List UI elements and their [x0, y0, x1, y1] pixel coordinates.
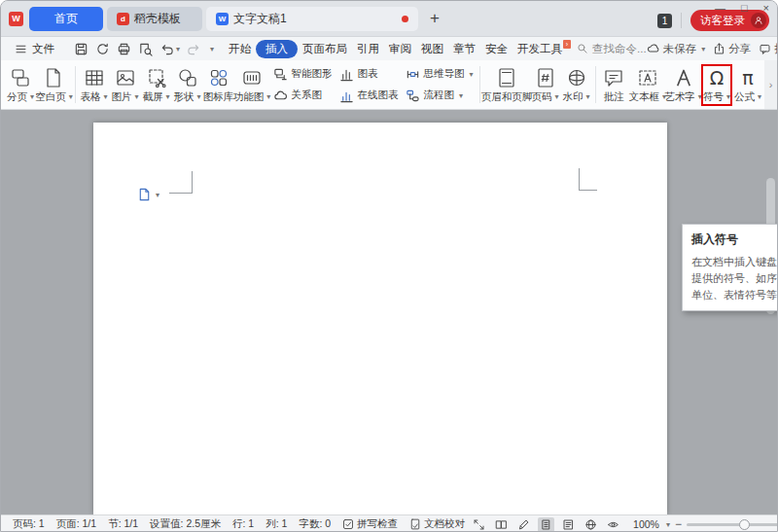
mind-map-button[interactable]: 思维导图▾: [404, 67, 475, 82]
divider: [595, 66, 596, 103]
insert-ribbon: 分页▾ 空白页▾ 表格▾ 图片▾ 截屏▾ 形状▾ 图标库 功能图▾: [1, 60, 777, 110]
header-footer-button[interactable]: 页眉和页脚: [484, 65, 528, 105]
redo-button[interactable]: [187, 42, 201, 56]
ribbon-more-button[interactable]: ›: [764, 60, 777, 109]
online-chart-button[interactable]: 在线图表: [337, 89, 400, 103]
wps-logo-icon: W: [9, 12, 23, 26]
page-settings-icon: [137, 187, 152, 202]
undo-button[interactable]: ▾: [159, 42, 180, 56]
table-button[interactable]: 表格▾: [80, 65, 109, 105]
maximize-button[interactable]: □: [741, 2, 748, 15]
close-button[interactable]: ×: [763, 2, 769, 15]
file-menu-button[interactable]: 文件: [9, 42, 60, 56]
page-view-button[interactable]: [538, 517, 554, 532]
shapes-button[interactable]: 形状▾: [173, 65, 202, 105]
status-word-count[interactable]: 字数: 0: [293, 517, 336, 531]
unsaved-dot-icon: [402, 16, 408, 22]
menu-references[interactable]: 引用: [352, 40, 384, 58]
menu-review[interactable]: 审阅: [384, 40, 416, 58]
menu-dev-tools[interactable]: 开发工具 ›: [513, 40, 567, 58]
status-page-number: 页码: 1: [7, 517, 51, 531]
pi-icon: π: [742, 66, 753, 89]
search-command[interactable]: 查找命令...: [577, 42, 647, 56]
titlebar: W 首页 d 稻壳模板 W 文字文稿1 + 1 访客登录 —: [1, 1, 777, 36]
print-preview-button[interactable]: [138, 42, 153, 56]
menubar-right: 未保存 ▾ 分享 批注 ▾ ? ⋮ ∧: [647, 42, 778, 56]
spell-check-icon: [342, 518, 354, 530]
notification-badge[interactable]: 1: [657, 14, 672, 28]
zoom-level[interactable]: 100%: [633, 518, 659, 530]
minimize-button[interactable]: —: [715, 2, 725, 15]
menu-page-layout[interactable]: 页面布局: [298, 40, 352, 58]
comment-button[interactable]: 批注 ▾: [759, 42, 778, 56]
zoom-slider-handle[interactable]: [739, 519, 750, 530]
page-break-button[interactable]: 分页▾: [6, 65, 35, 105]
save-button[interactable]: [74, 42, 88, 56]
menu-insert[interactable]: 插入: [256, 40, 298, 58]
screenshot-button[interactable]: 截屏▾: [142, 65, 171, 105]
status-column: 列: 1: [260, 517, 293, 531]
page-settings-button[interactable]: ▾: [137, 187, 159, 202]
tooltip-title: 插入符号: [691, 231, 777, 248]
function-diagram-button[interactable]: 功能图▾: [235, 65, 269, 105]
zoom-out-button[interactable]: −: [675, 517, 682, 531]
save-status-button[interactable]: 未保存 ▾: [647, 42, 706, 56]
book-view-button[interactable]: [493, 517, 510, 532]
tab-home[interactable]: 首页: [29, 7, 103, 31]
menubar: 文件 ▾ ▾ 开始 插: [1, 36, 777, 60]
smart-graphics-button[interactable]: 智能图形: [271, 67, 334, 82]
eye-protection-button[interactable]: [605, 517, 621, 532]
avatar-icon: [751, 13, 766, 28]
divider: [75, 66, 76, 103]
relation-diagram-button[interactable]: 关系图: [271, 89, 334, 103]
menu-view[interactable]: 视图: [416, 40, 448, 58]
ink-pen-button[interactable]: [515, 517, 532, 532]
zoom-slider[interactable]: [687, 523, 778, 526]
save-status-label: 未保存: [663, 42, 697, 56]
share-button[interactable]: 分享: [713, 42, 751, 56]
status-setting-value: 设置值: 2.5厘米: [144, 517, 227, 531]
flowchart-button[interactable]: 流程图▾: [404, 89, 475, 103]
picture-button[interactable]: 图片▾: [111, 65, 140, 105]
menu-start[interactable]: 开始: [224, 40, 256, 58]
print-button[interactable]: [117, 42, 131, 56]
share-icon: [713, 43, 725, 55]
outline-view-button[interactable]: [560, 517, 577, 532]
chevron-down-icon[interactable]: ▾: [666, 520, 670, 529]
symbol-button[interactable]: Ω 符号▾: [702, 65, 731, 105]
ribbon-comment-button[interactable]: 批注: [599, 65, 628, 105]
writer-doc-icon: W: [216, 13, 229, 25]
tab-docer-templates[interactable]: d 稻壳模板: [107, 7, 202, 31]
quick-access-toolbar: ▾ ▾: [74, 42, 214, 56]
file-menu-label: 文件: [32, 42, 54, 56]
tooltip-line: 在文档中插入键盘: [691, 254, 777, 270]
hamburger-icon: [15, 43, 27, 55]
word-art-button[interactable]: 艺术字▾: [666, 65, 700, 105]
icon-library-button[interactable]: 图标库: [204, 65, 233, 105]
watermark-button[interactable]: 水印▾: [562, 65, 591, 105]
chart-button[interactable]: 图表: [337, 67, 400, 82]
customize-toolbar-chevron-icon[interactable]: ▾: [210, 45, 214, 53]
doc-proof-button[interactable]: 文档校对: [404, 517, 471, 531]
tab-document[interactable]: W 文字文稿1: [206, 7, 418, 31]
history-icon[interactable]: [95, 42, 110, 56]
fullscreen-view-button[interactable]: [471, 517, 487, 532]
document-page[interactable]: ▾: [93, 123, 667, 514]
wps-window: W 首页 d 稻壳模板 W 文字文稿1 + 1 访客登录 —: [0, 0, 778, 532]
web-layout-button[interactable]: [583, 517, 599, 532]
menu-security[interactable]: 安全: [480, 40, 513, 58]
share-label: 分享: [728, 42, 751, 56]
chevron-down-icon[interactable]: ▾: [176, 45, 180, 53]
text-box-button[interactable]: 文本框▾: [630, 65, 664, 105]
menu-section[interactable]: 章节: [448, 40, 480, 58]
window-controls: — □ ×: [715, 2, 769, 15]
new-tab-button[interactable]: +: [422, 9, 447, 28]
formula-button[interactable]: π 公式▾: [733, 65, 762, 105]
menu-dev-tools-label: 开发工具: [517, 43, 562, 54]
status-section: 节: 1/1: [102, 517, 144, 531]
spell-check-button[interactable]: 拼写检查: [336, 517, 404, 531]
blank-page-button[interactable]: 空白页▾: [37, 65, 71, 105]
page-number-button[interactable]: 页码▾: [531, 65, 560, 105]
margin-corner-top-left: [169, 171, 193, 194]
omega-icon: Ω: [710, 66, 725, 89]
